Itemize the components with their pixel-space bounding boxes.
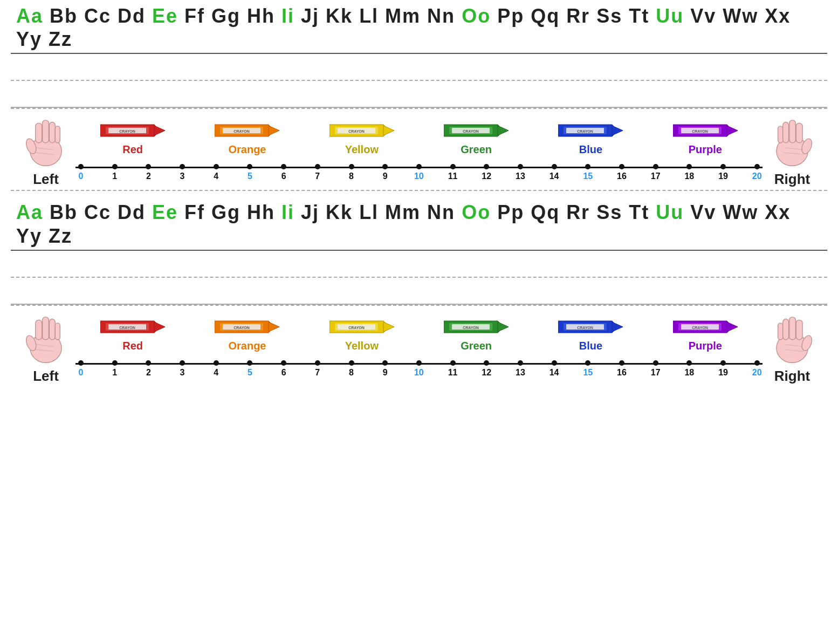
left-hand-svg-1: [22, 114, 70, 168]
tick-7-1: 7: [312, 161, 323, 181]
left-hand-1: Left: [16, 114, 75, 188]
crayon-orange-label-2: Orange: [228, 340, 266, 352]
tick-11-1: 11: [448, 161, 458, 181]
right-hand-svg-1: [768, 114, 816, 168]
svg-rect-3: [43, 120, 49, 143]
svg-text:CRAYON: CRAYON: [119, 129, 135, 133]
letters-rest-2: Bb Cc Dd: [43, 201, 152, 223]
letter-ee-2: Ee: [152, 201, 178, 223]
letters-fg-2: Ff Gg Hh: [178, 201, 281, 223]
tick-container-1: 0 1 2 3 4 5 6 7 8 9 10 11 12 13: [75, 161, 763, 181]
right-label-2: Right: [774, 368, 810, 385]
tick-12-1: 12: [481, 161, 492, 181]
tick-9-2: 9: [380, 358, 390, 378]
svg-rect-88: [789, 317, 796, 340]
page: Aa Bb Cc Dd Ee Ff Gg Hh Ii Jj Kk Ll Mm N…: [0, 0, 838, 390]
tick-5-1: 5: [244, 161, 255, 181]
letters-pq-1: Pp Qq Rr Ss Tt: [491, 5, 656, 27]
svg-text:CRAYON: CRAYON: [348, 326, 365, 330]
tick-6-1: 6: [278, 161, 289, 181]
svg-text:CRAYON: CRAYON: [234, 129, 250, 133]
tick-3-2: 3: [177, 358, 188, 378]
number-line-container-1: Left CRAYON Red: [11, 114, 827, 188]
number-line-container-2: Left CRAYON Red: [11, 311, 827, 385]
crayon-yellow-1: CRAYON Yellow: [329, 120, 394, 156]
alphabet-line-2: Aa Bb Cc Dd Ee Ff Gg Hh Ii Jj Kk Ll Mm N…: [11, 196, 827, 250]
crayon-orange-svg-2: CRAYON: [215, 316, 279, 338]
svg-marker-9: [154, 126, 165, 135]
svg-text:CRAYON: CRAYON: [234, 326, 250, 330]
tick-0-1: 0: [75, 161, 86, 181]
letters-pq-2: Pp Qq Rr Ss Tt: [491, 201, 656, 223]
svg-text:CRAYON: CRAYON: [348, 129, 365, 133]
crayon-blue-label-1: Blue: [579, 143, 602, 156]
svg-marker-65: [383, 322, 394, 332]
crayon-purple-svg-1: CRAYON: [673, 120, 738, 141]
bottom-dash-1: [11, 190, 827, 191]
svg-text:CRAYON: CRAYON: [692, 129, 708, 133]
number-line-section-1: Left CRAYON Red: [0, 109, 838, 196]
svg-text:CRAYON: CRAYON: [578, 326, 594, 330]
right-hand-svg-2: [768, 311, 816, 365]
dashed-line-1: [11, 80, 827, 81]
svg-marker-70: [498, 322, 509, 332]
svg-marker-24: [498, 126, 509, 135]
letter-uu-1: Uu: [656, 5, 684, 27]
tick-19-2: 19: [718, 358, 729, 378]
svg-rect-40: [778, 126, 783, 143]
svg-marker-60: [269, 322, 279, 332]
number-line-section-2: Left CRAYON Red: [0, 306, 838, 390]
svg-marker-80: [727, 322, 738, 332]
crayon-orange-2: CRAYON Orange: [215, 316, 279, 352]
tick-11-2: 11: [448, 358, 458, 378]
left-hand-svg-2: [22, 311, 70, 365]
tick-4-1: 4: [211, 161, 222, 181]
tick-16-1: 16: [616, 161, 627, 181]
left-label-2: Left: [33, 368, 59, 385]
crayon-purple-label-1: Purple: [689, 143, 722, 156]
crayon-red-svg-2: CRAYON: [100, 316, 165, 338]
tick-14-2: 14: [549, 358, 560, 378]
tick-13-1: 13: [515, 161, 526, 181]
tick-20-1: 20: [752, 161, 763, 181]
crayon-red-2: CRAYON Red: [100, 316, 165, 352]
writing-area-2: [11, 251, 827, 305]
number-line-track-1: 0 1 2 3 4 5 6 7 8 9 10 11 12 13: [75, 161, 763, 183]
svg-rect-49: [43, 317, 49, 340]
svg-text:CRAYON: CRAYON: [692, 326, 708, 330]
svg-text:CRAYON: CRAYON: [119, 326, 135, 330]
crayon-orange-svg-1: CRAYON: [215, 120, 279, 141]
svg-marker-19: [383, 126, 394, 135]
crayons-and-line-1: CRAYON Red CRAYON Orange: [75, 120, 763, 183]
svg-marker-75: [612, 322, 623, 332]
tick-2-2: 2: [143, 358, 154, 378]
svg-rect-51: [55, 323, 60, 340]
letter-ii-1: Ii: [281, 5, 294, 27]
crayon-red-label-1: Red: [122, 143, 143, 156]
tick-12-2: 12: [481, 358, 492, 378]
number-line-track-2: 0 1 2 3 4 5 6 7 8 9 10 11 12 13: [75, 358, 763, 379]
crayon-blue-label-2: Blue: [579, 340, 602, 352]
tick-container-2: 0 1 2 3 4 5 6 7 8 9 10 11 12 13: [75, 358, 763, 378]
svg-marker-55: [154, 322, 165, 332]
right-hand-2: Right: [763, 311, 822, 385]
crayon-yellow-svg-1: CRAYON: [329, 120, 394, 141]
tick-8-2: 8: [346, 358, 357, 378]
writing-area-1: [11, 54, 827, 108]
crayons-row-2: CRAYON Red CRAYON Orange: [75, 316, 763, 355]
tick-4-2: 4: [211, 358, 222, 378]
crayon-blue-1: CRAYON Blue: [558, 120, 623, 156]
crayon-green-label-1: Green: [461, 143, 492, 156]
svg-rect-41: [783, 122, 789, 143]
writing-section-1: Aa Bb Cc Dd Ee Ff Gg Hh Ii Jj Kk Ll Mm N…: [0, 0, 838, 109]
letter-aa-2: Aa: [16, 201, 43, 223]
letters-jk-2: Jj Kk Ll Mm Nn: [294, 201, 462, 223]
crayon-orange-label-1: Orange: [228, 143, 266, 156]
crayon-yellow-svg-2: CRAYON: [329, 316, 394, 338]
svg-rect-5: [55, 126, 60, 143]
tick-15-2: 15: [582, 358, 593, 378]
tick-3-1: 3: [177, 161, 188, 181]
svg-rect-43: [796, 124, 802, 143]
svg-rect-86: [778, 323, 783, 340]
letter-uu-2: Uu: [656, 201, 684, 223]
